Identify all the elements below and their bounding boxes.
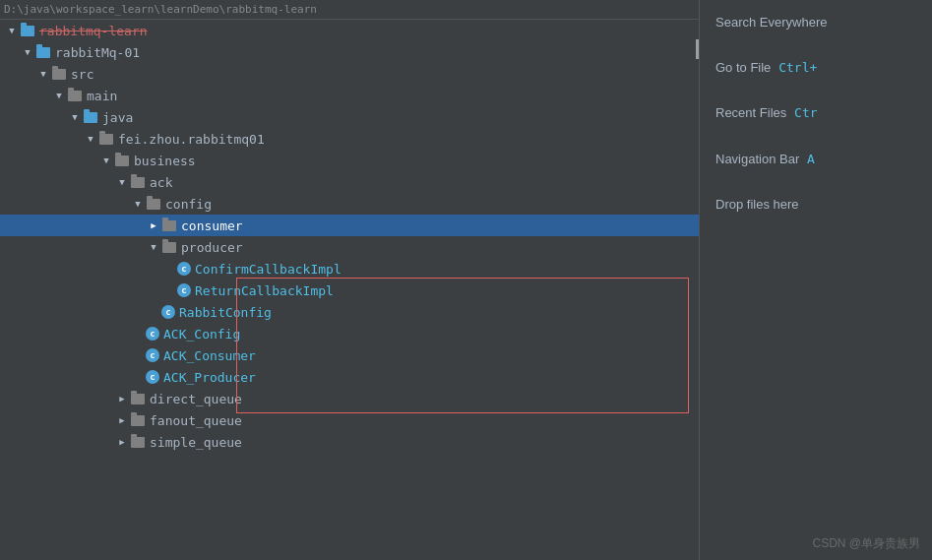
arrow-icon: ▶ (146, 220, 161, 230)
drop-files-item[interactable]: Drop files here (700, 182, 932, 227)
folder-icon (51, 66, 67, 82)
go-to-file-item[interactable]: Go to File Ctrl+ (700, 45, 932, 91)
navigation-bar-text: Navigation Bar (715, 152, 799, 166)
tree-item-ack-consumer[interactable]: c ACK_Consumer (0, 344, 699, 366)
arrow-icon: ▼ (114, 177, 130, 187)
class-icon: c (146, 348, 159, 362)
item-label: direct_queue (150, 392, 242, 406)
item-label: rabbitmq-learn (39, 24, 148, 38)
folder-icon (146, 196, 161, 212)
tree-item-consumer[interactable]: ▶ consumer (0, 215, 699, 236)
folder-icon (130, 412, 146, 428)
item-label: ACK_Config (163, 327, 240, 342)
class-icon: c (146, 327, 159, 341)
folder-icon (161, 239, 177, 255)
go-to-file-shortcut: Ctrl+ (778, 60, 817, 75)
arrow-icon: ▼ (83, 134, 98, 144)
item-label: src (71, 67, 93, 82)
folder-icon (161, 218, 177, 233)
tree-item-rabbitmq-01[interactable]: ▼ rabbitMq-01 (0, 41, 699, 63)
item-label: config (165, 197, 212, 212)
arrow-icon: ▼ (67, 112, 83, 122)
item-label: ReturnCallbackImpl (195, 283, 334, 298)
arrow-icon: ▼ (35, 69, 51, 79)
tree-item-return-callback-impl[interactable]: c ReturnCallbackImpl (0, 280, 699, 301)
tree-item-producer[interactable]: ▼ producer (0, 236, 699, 258)
arrow-icon: ▼ (20, 47, 35, 57)
folder-icon (130, 174, 146, 190)
recent-files-text: Recent Files (715, 105, 786, 120)
item-label: producer (181, 240, 243, 255)
class-icon: c (161, 305, 175, 319)
navigation-bar-shortcut: A (807, 152, 815, 166)
path-bar: D:\java\workspace_learn\learnDemo\rabbit… (0, 0, 699, 20)
navigation-bar-item[interactable]: Navigation Bar A (700, 137, 932, 182)
tree-item-rabbit-config[interactable]: c RabbitConfig (0, 301, 699, 323)
class-icon: c (177, 262, 191, 276)
item-label: ACK_Consumer (163, 348, 256, 363)
tree-item-fanout-queue[interactable]: ▶ fanout_queue (0, 409, 699, 431)
file-tree-panel: D:\java\workspace_learn\learnDemo\rabbit… (0, 0, 699, 560)
arrow-icon: ▼ (146, 242, 161, 252)
arrow-icon: ▶ (114, 437, 130, 447)
folder-icon (35, 44, 51, 60)
recent-files-shortcut: Ctr (794, 105, 817, 120)
tree-item-simple-queue[interactable]: ▶ simple_queue (0, 431, 699, 453)
class-icon: c (146, 370, 159, 384)
item-label: fanout_queue (150, 413, 242, 428)
tree-item-ack-producer[interactable]: c ACK_Producer (0, 366, 699, 388)
folder-icon (130, 391, 146, 406)
right-panel: Search Everywhere Go to File Ctrl+ Recen… (699, 0, 932, 560)
drop-files-text: Drop files here (715, 197, 799, 212)
item-label: rabbitMq-01 (55, 45, 140, 60)
tree-item-package[interactable]: ▼ fei.zhou.rabbitmq01 (0, 128, 699, 150)
tree-item-direct-queue[interactable]: ▶ direct_queue (0, 388, 699, 409)
folder-icon (130, 434, 146, 450)
folder-icon (114, 153, 130, 168)
tree-item-main[interactable]: ▼ main (0, 85, 699, 106)
item-label: fei.zhou.rabbitmq01 (118, 132, 265, 147)
search-everywhere-text: Search Everywhere (715, 15, 827, 30)
tree-item-ack[interactable]: ▼ ack (0, 171, 699, 193)
tree-item-java[interactable]: ▼ java (0, 106, 699, 128)
item-label: RabbitConfig (179, 305, 272, 320)
recent-files-item[interactable]: Recent Files Ctr (700, 91, 932, 136)
arrow-icon: ▼ (98, 156, 114, 165)
item-label: main (87, 89, 117, 103)
arrow-icon: ▼ (4, 26, 20, 35)
item-label: java (102, 110, 133, 125)
item-label: simple_queue (150, 435, 242, 450)
folder-icon (83, 109, 98, 125)
tree-item-rabbitmq-learn[interactable]: ▼ rabbitmq-learn (0, 20, 699, 41)
path-text: D:\java\workspace_learn\learnDemo\rabbit… (4, 3, 317, 16)
search-everywhere-item[interactable]: Search Everywhere (700, 0, 932, 45)
item-label: business (134, 154, 196, 168)
tree-item-src[interactable]: ▼ src (0, 63, 699, 85)
item-label: consumer (181, 218, 243, 233)
arrow-icon: ▶ (114, 415, 130, 425)
item-label: ACK_Producer (163, 370, 256, 385)
go-to-file-text: Go to File (715, 60, 771, 75)
folder-icon (98, 131, 114, 147)
item-label: ack (150, 175, 172, 190)
tree-item-config[interactable]: ▼ config (0, 193, 699, 215)
watermark: CSDN @单身贵族男 (812, 535, 920, 552)
item-label: ConfirmCallbackImpl (195, 262, 342, 277)
tree-item-ack-config[interactable]: c ACK_Config (0, 323, 699, 344)
arrow-icon: ▼ (130, 199, 146, 209)
tree-item-business[interactable]: ▼ business (0, 150, 699, 171)
folder-icon (67, 88, 83, 103)
arrow-icon: ▼ (51, 91, 67, 100)
folder-icon (20, 23, 35, 38)
arrow-icon: ▶ (114, 394, 130, 404)
class-icon: c (177, 283, 191, 297)
tree-item-confirm-callback-impl[interactable]: c ConfirmCallbackImpl (0, 258, 699, 280)
